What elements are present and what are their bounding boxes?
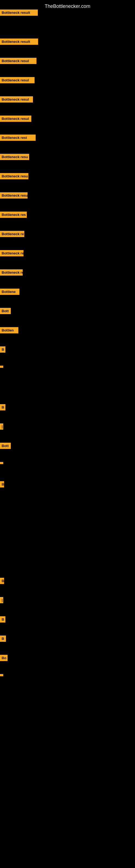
bottleneck-bar-20: B (0, 404, 5, 410)
bottleneck-bar-23 (0, 462, 3, 464)
bottleneck-bar-28: B (0, 636, 6, 642)
bottleneck-bar-8: Bottleneck resu (0, 154, 29, 160)
bottleneck-bar-17: Bottlen (0, 327, 18, 333)
bottleneck-bar-19 (0, 366, 3, 368)
bottleneck-bar-3: Bottleneck resul (0, 58, 37, 64)
bottleneck-bar-9: Bottleneck resu (0, 173, 28, 179)
bottleneck-bar-1: Bottleneck result (0, 9, 38, 16)
bottleneck-bar-2: Bottleneck result (0, 38, 38, 45)
bottleneck-bar-6: Bottleneck resul (0, 116, 31, 122)
bottleneck-bar-22: Bott (0, 443, 11, 449)
bottleneck-bar-27: B (0, 616, 5, 622)
bottleneck-bar-10: Bottleneck resu (0, 192, 28, 198)
bottleneck-bar-7: Bottleneck rest (0, 134, 36, 141)
bottleneck-bar-26: | (0, 597, 3, 603)
bottleneck-bar-16: Bott (0, 308, 11, 314)
bottleneck-bar-14: Bottleneck re (0, 269, 23, 276)
bottleneck-bar-12: Bottleneck re (0, 231, 24, 237)
bottleneck-bar-24: B (0, 481, 4, 488)
bottleneck-bar-30 (0, 674, 3, 676)
bottleneck-bar-25: B (0, 578, 4, 584)
bottleneck-bar-15: Bottlene (0, 289, 19, 295)
bottleneck-bar-21: | (0, 424, 3, 430)
bottleneck-bar-13: Bottleneck re (0, 250, 24, 256)
bottleneck-bar-4: Bottleneck resul (0, 77, 35, 83)
bottleneck-bar-29: Bo (0, 655, 8, 661)
bottleneck-bar-11: Bottleneck res (0, 212, 27, 218)
bottleneck-bar-5: Bottleneck resul (0, 96, 33, 102)
bottleneck-bar-18: B (0, 346, 5, 352)
